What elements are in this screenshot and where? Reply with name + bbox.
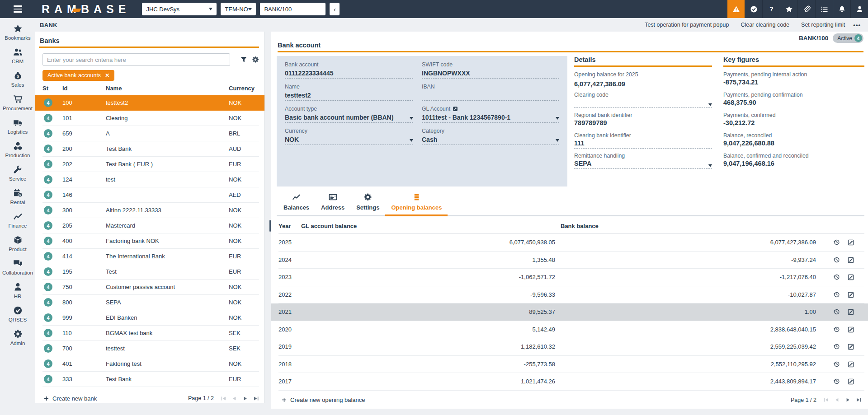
opening-balance-row[interactable]: 2021 89,525.37 1.00 — [271, 303, 868, 321]
tab-settings[interactable]: Settings — [350, 193, 385, 215]
gear-icon[interactable] — [252, 56, 259, 63]
edit-icon[interactable] — [848, 256, 854, 263]
sidebar-item-hr[interactable]: HR — [0, 279, 35, 303]
sidebar-item-qhses[interactable]: QHSES — [0, 303, 35, 326]
pagination-prev-icon[interactable] — [834, 397, 840, 403]
edit-icon[interactable] — [848, 343, 854, 350]
bank-row[interactable]: 4 800 SEPA NOK — [42, 295, 259, 310]
more-options-button[interactable]: ••• — [853, 22, 861, 28]
sidebar-item-crm[interactable]: CRM — [0, 44, 35, 68]
opening-balance-row[interactable]: 2019 1,182,610.32 2,559,225,039.42 — [278, 338, 864, 356]
back-button[interactable]: ‹ — [330, 3, 340, 15]
iban-field[interactable] — [422, 91, 559, 101]
sidebar-item-procurement[interactable]: Procurement — [0, 91, 35, 115]
edit-icon[interactable] — [848, 291, 854, 298]
action-set-reporting-limit[interactable]: Set reporting limit — [801, 22, 845, 28]
create-new-opening-balance-button[interactable]: Create new opening balance — [281, 396, 365, 403]
swift-code-field[interactable]: INGBNOPWXXX — [422, 69, 559, 79]
sealcheck-icon[interactable] — [745, 0, 762, 18]
search-input[interactable] — [42, 53, 230, 66]
remittance-handling-select[interactable]: SEPA — [574, 160, 712, 169]
history-icon[interactable] — [833, 274, 840, 280]
pagination-last-icon[interactable] — [856, 397, 862, 403]
user-icon[interactable] — [850, 0, 868, 18]
bank-row[interactable]: 4 124 test NOK — [42, 172, 259, 187]
bank-row[interactable]: 4 659 A BRL — [42, 126, 259, 141]
bank-row[interactable]: 4 202 Test Bank ( EUR ) EUR — [42, 157, 259, 172]
category-select[interactable]: Cash — [422, 135, 559, 145]
pagination-first-icon[interactable] — [823, 397, 829, 403]
opening-balance-row[interactable]: 2018 -255,773.58 2,552,110,295.92 — [278, 356, 864, 373]
opening-balance-row[interactable]: 2024 1,355.48 -9,937.24 — [278, 252, 864, 269]
regional-bank-identifier-field[interactable]: 789789789 — [574, 119, 712, 128]
edit-icon[interactable] — [848, 308, 854, 315]
history-icon[interactable] — [833, 326, 840, 333]
bank-row[interactable]: 4 999 EDI Banken NOK — [42, 310, 259, 326]
edit-icon[interactable] — [848, 239, 854, 246]
listmenu-icon[interactable] — [815, 0, 833, 18]
history-icon[interactable] — [833, 239, 840, 246]
sidebar-item-service[interactable]: Service — [0, 162, 35, 185]
help-icon[interactable]: ? — [762, 0, 780, 18]
bank-row[interactable]: 4 300 AltInn 2222.11.33333 NOK — [42, 203, 259, 218]
close-icon[interactable]: ✕ — [105, 72, 109, 79]
tab-address[interactable]: Address — [315, 193, 350, 215]
bank-row[interactable]: 4 205 Mastercard NOK — [42, 218, 259, 233]
currency-select[interactable]: NOK — [285, 135, 413, 145]
bank-row[interactable]: 4 700 testtest SEK — [42, 341, 259, 356]
history-icon[interactable] — [833, 361, 840, 368]
warning-icon[interactable] — [727, 0, 745, 18]
sidebar-item-admin[interactable]: Admin — [0, 326, 35, 350]
bank-row[interactable]: 4 750 Customer passiva account NOK — [42, 280, 259, 295]
history-icon[interactable] — [833, 378, 840, 385]
edit-icon[interactable] — [848, 361, 854, 368]
environment-select[interactable]: TEM-NO — [221, 3, 256, 15]
bank-row[interactable]: 4 195 Test EUR — [42, 264, 259, 280]
target-input[interactable]: BANK/100 — [260, 3, 326, 15]
system-select[interactable]: JHC DevSys — [142, 3, 217, 15]
sidebar-item-finance[interactable]: Finance — [0, 209, 35, 232]
bank-row[interactable]: 4 400 Factoring bank NOK NOK — [42, 233, 259, 249]
bank-row[interactable]: 4 333 Test Bank EUR — [42, 372, 259, 387]
paperclip-icon[interactable] — [797, 0, 815, 18]
sidebar-item-collaboration[interactable]: Collaboration — [0, 256, 35, 279]
filter-icon[interactable] — [240, 56, 247, 63]
action-clear-clearing-code[interactable]: Clear clearing code — [741, 22, 789, 28]
edit-icon[interactable] — [848, 274, 854, 280]
name-field[interactable]: testtest2 — [285, 91, 413, 101]
clearing-bank-identifier-field[interactable]: 111 — [574, 140, 712, 149]
tab-balances[interactable]: Balances — [278, 193, 315, 215]
pagination-next-icon[interactable] — [242, 396, 248, 401]
bank-row[interactable]: 4 401 Faktoring test NOK — [42, 356, 259, 372]
opening-balance-row[interactable]: 2017 1,021,474.26 2,443,809,894.17 — [278, 373, 864, 391]
opening-balance-row[interactable]: 2022 -9,596.33 -10,027.87 — [278, 286, 864, 304]
create-new-bank-button[interactable]: Create new bank — [43, 395, 97, 402]
menu-icon[interactable] — [0, 5, 35, 12]
scrollbar-thumb[interactable] — [269, 220, 271, 232]
sidebar-item-production[interactable]: Production — [0, 138, 35, 162]
bank-row[interactable]: 4 414 The International Bank EUR — [42, 249, 259, 264]
sidebar-item-sales[interactable]: $ Sales — [0, 68, 35, 91]
clearing-code-select[interactable] — [574, 99, 712, 108]
bell-icon[interactable] — [833, 0, 850, 18]
pagination-first-icon[interactable] — [221, 396, 226, 401]
edit-icon[interactable] — [848, 378, 854, 385]
filter-chip-active-bank-accounts[interactable]: Active bank accounts✕ — [42, 70, 114, 81]
star-icon[interactable] — [780, 0, 797, 18]
history-icon[interactable] — [833, 291, 840, 298]
bank-row[interactable]: 4 101 Clearing NOK — [42, 111, 259, 126]
bank-row[interactable]: 4 200 Test Bank AUD — [42, 141, 259, 157]
bank-account-field[interactable]: 01112223334445 — [285, 69, 413, 79]
history-icon[interactable] — [833, 308, 840, 315]
sidebar-item-product[interactable]: Product — [0, 232, 35, 256]
opening-balance-row[interactable]: 2025 6,077,450,938.05 6,077,427,386.09 — [278, 234, 864, 252]
sidebar-item-bookmarks[interactable]: Bookmarks — [0, 21, 35, 44]
edit-icon[interactable] — [848, 326, 854, 333]
gl-account-select[interactable]: 1011test - Bank 1234567890-1 — [422, 113, 559, 123]
pagination-next-icon[interactable] — [845, 397, 851, 403]
action-test-operation-for-payment-popup[interactable]: Test operation for payment popup — [645, 22, 729, 28]
sidebar-item-rental[interactable]: $ Rental — [0, 185, 35, 209]
opening-balance-row[interactable]: 2023 -1,062,571.72 -1,217,076.40 — [278, 269, 864, 286]
account-type-select[interactable]: Basic bank account number (BBAN) — [285, 113, 413, 123]
history-icon[interactable] — [833, 256, 840, 263]
